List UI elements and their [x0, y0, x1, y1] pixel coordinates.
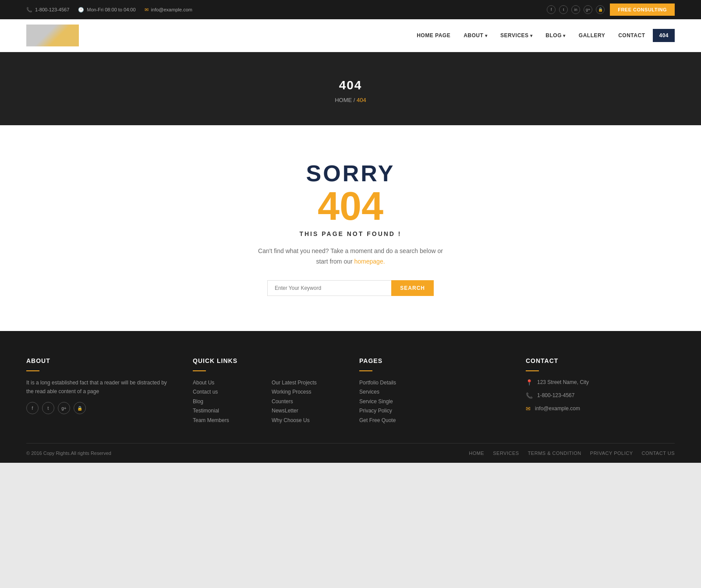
phone-info: 📞 1-800-123-4567 — [26, 7, 69, 13]
search-box: SEARCH — [267, 280, 434, 296]
hero-section: 404 HOME / 404 — [0, 52, 701, 125]
linkedin-icon[interactable]: in — [571, 5, 580, 14]
footer-email: info@example.com — [535, 405, 580, 412]
footer-link-latest-projects[interactable]: Our Latest Projects — [272, 380, 317, 386]
footer-contact-title: CONTACT — [526, 357, 675, 364]
footer-quick-links-title: QUICK LINKS — [193, 357, 342, 364]
main-nav: HOME PAGE ABOUT SERVICES BLOG GALLERY CO… — [411, 29, 675, 42]
breadcrumb: HOME / 404 — [0, 97, 701, 103]
description-text: Can't find what you need? Take a moment … — [254, 246, 447, 267]
footer-link-about-us[interactable]: About Us — [193, 380, 214, 386]
footer-address: 123 Street Name, City — [537, 378, 589, 386]
footer-about: ABOUT It is a long established fact that… — [26, 357, 175, 426]
footer-link-working-process[interactable]: Working Process — [272, 389, 311, 395]
nav-404[interactable]: 404 — [653, 29, 675, 42]
footer-link-contact-us[interactable]: Contact us — [193, 389, 218, 395]
breadcrumb-current: 404 — [357, 97, 366, 103]
footer-link-newsletter[interactable]: NewsLetter — [272, 408, 298, 414]
footer-social-icons: f t g+ 🔒 — [26, 402, 175, 414]
footer-bottom: © 2016 Copy Rights.All rights Reserved H… — [26, 443, 675, 463]
footer-link-why-choose-us[interactable]: Why Choose Us — [272, 417, 310, 423]
footer-link-counters[interactable]: Counters — [272, 398, 293, 405]
top-bar: 📞 1-800-123-4567 🕐 Mon-Fri 08:00 to 04:0… — [0, 0, 701, 19]
footer-link-team[interactable]: Team Members — [193, 417, 229, 423]
search-input[interactable] — [267, 280, 391, 296]
googleplus-icon[interactable]: g+ — [584, 5, 592, 14]
hours-text: Mon-Fri 08:00 to 04:00 — [87, 7, 135, 12]
search-button[interactable]: SEARCH — [391, 280, 434, 296]
footer-about-text: It is a long established fact that a rea… — [26, 378, 175, 396]
nav-contact[interactable]: CONTACT — [613, 29, 650, 42]
free-consulting-button[interactable]: FREE CONSULTING — [610, 4, 675, 16]
footer-grid: ABOUT It is a long established fact that… — [26, 357, 675, 443]
footer-phone: 1-800-123-4567 — [537, 391, 574, 399]
footer-quick-links: QUICK LINKS About Us Contact us Blog Tes… — [193, 357, 342, 426]
logo[interactable] — [26, 25, 79, 46]
footer-link-services[interactable]: Services — [359, 389, 379, 395]
copyright-text: © 2016 Copy Rights.All rights Reserved — [26, 451, 111, 456]
hero-title: 404 — [0, 78, 701, 92]
map-pin-icon: 📍 — [526, 379, 533, 386]
nav-blog[interactable]: BLOG — [540, 29, 570, 42]
footer-link-portfolio[interactable]: Portfolio Details — [359, 380, 396, 386]
nav-services[interactable]: SERVICES — [495, 29, 538, 42]
error-number: 404 — [26, 187, 675, 226]
footer-quicklinks-underline — [193, 370, 206, 371]
footer-bottom-links: HOME SERVICES TERMS & CONDITION PRIVACY … — [469, 451, 675, 456]
twitter-icon[interactable]: t — [559, 5, 568, 14]
footer-email-item: ✉ info@example.com — [526, 405, 675, 412]
footer-phone-icon: 📞 — [526, 392, 533, 399]
footer-email-icon: ✉ — [526, 405, 531, 412]
lock-icon[interactable]: 🔒 — [596, 5, 605, 14]
footer-contact-underline — [526, 370, 539, 371]
footer-link-service-single[interactable]: Service Single — [359, 398, 393, 405]
nav-gallery[interactable]: GALLERY — [574, 29, 610, 42]
top-bar-right: f t in g+ 🔒 FREE CONSULTING — [547, 4, 675, 16]
footer-link-privacy[interactable]: Privacy Policy — [359, 408, 392, 414]
bottom-link-privacy[interactable]: PRIVACY POLICY — [590, 451, 633, 456]
breadcrumb-home[interactable]: HOME — [335, 97, 352, 103]
footer-phone-item: 📞 1-800-123-4567 — [526, 391, 675, 399]
header: HOME PAGE ABOUT SERVICES BLOG GALLERY CO… — [0, 19, 701, 52]
footer-about-title: ABOUT — [26, 357, 175, 364]
footer-link-testimonial[interactable]: Testimonial — [193, 408, 219, 414]
footer-about-underline — [26, 370, 39, 371]
nav-home[interactable]: HOME PAGE — [411, 29, 456, 42]
footer-address-item: 📍 123 Street Name, City — [526, 378, 675, 386]
phone-icon: 📞 — [26, 7, 32, 13]
content-404-section: SORRY 404 THIS PAGE NOT FOUND ! Can't fi… — [0, 125, 701, 331]
footer: ABOUT It is a long established fact that… — [0, 331, 701, 463]
footer-contact: CONTACT 📍 123 Street Name, City 📞 1-800-… — [526, 357, 675, 426]
footer-pages-underline — [359, 370, 372, 371]
bottom-link-contact[interactable]: CONTACT US — [642, 451, 675, 456]
phone-text: 1-800-123-4567 — [35, 7, 69, 12]
bottom-link-home[interactable]: HOME — [469, 451, 484, 456]
email-info: ✉ info@example.com — [145, 7, 192, 13]
hours-info: 🕐 Mon-Fri 08:00 to 04:00 — [78, 7, 135, 13]
nav-about[interactable]: ABOUT — [458, 29, 492, 42]
footer-links-grid: About Us Contact us Blog Testimonial Tea… — [193, 378, 342, 426]
footer-lock-icon[interactable]: 🔒 — [74, 402, 86, 414]
homepage-link[interactable]: homepage. — [354, 258, 385, 265]
footer-facebook-icon[interactable]: f — [26, 402, 39, 414]
email-text: info@example.com — [151, 7, 192, 12]
footer-pages-title: PAGES — [359, 357, 508, 364]
social-icons: f t in g+ 🔒 — [547, 5, 605, 14]
footer-link-blog[interactable]: Blog — [193, 398, 203, 405]
sorry-text: SORRY — [26, 160, 675, 187]
email-icon: ✉ — [145, 7, 149, 13]
facebook-icon[interactable]: f — [547, 5, 556, 14]
top-bar-left: 📞 1-800-123-4567 🕐 Mon-Fri 08:00 to 04:0… — [26, 7, 192, 13]
footer-googleplus-icon[interactable]: g+ — [58, 402, 70, 414]
footer-pages: PAGES Portfolio Details Services Service… — [359, 357, 508, 426]
clock-icon: 🕐 — [78, 7, 84, 13]
bottom-link-terms[interactable]: TERMS & CONDITION — [528, 451, 581, 456]
footer-twitter-icon[interactable]: t — [42, 402, 54, 414]
bottom-link-services[interactable]: SERVICES — [493, 451, 519, 456]
footer-link-free-quote[interactable]: Get Free Quote — [359, 417, 396, 423]
not-found-text: THIS PAGE NOT FOUND ! — [26, 230, 675, 237]
